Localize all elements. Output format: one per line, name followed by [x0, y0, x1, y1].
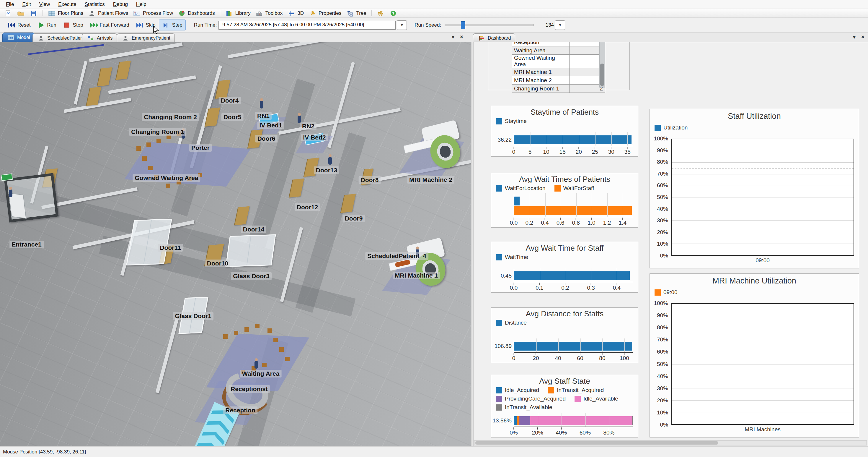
avg-wait-time-staff-chart[interactable]: Avg Wait Time for StaffWaitTime 0.450.00… [491, 242, 638, 293]
dashboard-hscrollbar[interactable] [474, 440, 867, 446]
staytime-chart[interactable]: Staytime of PatientsStaytime 36.22051015… [491, 106, 638, 157]
help-button[interactable]: ? [387, 9, 400, 18]
legend-item: 09:00 [655, 289, 678, 295]
pane-close-icon[interactable]: × [460, 35, 463, 39]
dashboard-hscrollbar-thumb[interactable] [475, 441, 718, 445]
help-icon: ? [390, 9, 397, 17]
plot-area [671, 139, 854, 256]
plot-area [671, 303, 854, 425]
3d-view-label: 3D [297, 10, 304, 16]
table-row[interactable]: Gowned Waiting Area3 [512, 55, 605, 68]
wall [74, 61, 87, 105]
process-flow-button[interactable]: Process Flow [130, 9, 175, 18]
x-axis-label: 09:00 [671, 257, 854, 264]
new-model-button[interactable] [2, 9, 14, 18]
toolbox-button[interactable]: Toolbox [253, 9, 285, 18]
menu-item-edit[interactable]: Edit [18, 1, 35, 8]
avg-distance-chart[interactable]: Avg Distance for StaffsDistance 106.8902… [491, 308, 638, 363]
run-speed-slider-handle[interactable] [461, 21, 465, 29]
tree-button[interactable]: Tree [344, 9, 369, 18]
run-speed-label: Run Speed: [414, 22, 441, 28]
menu-item-debug[interactable]: Debug [109, 1, 132, 8]
menu-item-execute[interactable]: Execute [54, 1, 80, 8]
scene-label-gowned-waiting-area: Gowned Waiting Area [132, 174, 200, 182]
dashboards-button[interactable]: Dashboards [175, 9, 217, 18]
run-toolbar: Reset Run Stop Fast Forward Skip Step Ru… [0, 18, 868, 32]
pane-close-icon[interactable]: × [861, 35, 864, 39]
scene-label-iv-bed2: IV Bed2 [301, 134, 328, 141]
run-speed-value: 134 [540, 22, 554, 28]
open-model-button[interactable] [14, 9, 27, 18]
fast-forward-button[interactable]: Fast Forward [87, 20, 132, 30]
run-time-dropdown[interactable]: ▼ [397, 20, 407, 30]
skip-icon [136, 21, 144, 29]
table-row[interactable]: MRI Machine 20 [512, 76, 605, 85]
bar-segment-waitforstaff [514, 206, 632, 215]
pane-menu-chevron-icon[interactable]: ▼ [451, 35, 455, 39]
menu-item-help[interactable]: Help [132, 1, 151, 8]
location-table: Reception5Waiting Area4Gowned Waiting Ar… [512, 42, 605, 93]
table-row[interactable]: Waiting Area4 [512, 47, 605, 55]
library-label: Library [235, 10, 251, 16]
save-floppy-icon [30, 9, 37, 17]
3d-view-button[interactable]: 3D [285, 9, 306, 18]
menu-item-file[interactable]: File [2, 1, 18, 8]
stop-label: Stop [73, 22, 83, 28]
new-document-icon [4, 9, 12, 17]
run-speed-dropdown[interactable]: ▼ [555, 20, 565, 30]
pane-splitter[interactable] [471, 42, 473, 446]
tab-arrivals[interactable]: Arrivals [82, 33, 117, 42]
patients-location-widget[interactable]: Reception5Waiting Area4Gowned Waiting Ar… [488, 42, 630, 90]
table-scrollbar[interactable] [599, 42, 605, 87]
step-button[interactable]: Step [159, 20, 186, 30]
patient-flows-label: Patient Flows [98, 10, 128, 16]
legend-item: Idle_Acquired [496, 387, 539, 394]
scene-label-glass-door3: Glass Door3 [231, 272, 272, 280]
person-icon [121, 34, 129, 42]
run-icon [37, 21, 45, 29]
stop-button[interactable]: Stop [60, 20, 87, 30]
avg-staff-state-chart[interactable]: Avg Staff StateIdle_AcquiredInTransit_Ac… [491, 375, 638, 437]
table-row[interactable]: Changing Room 12 [512, 85, 605, 93]
chart-title: Staff Utilization [650, 112, 859, 121]
tab-model[interactable]: Model [2, 32, 35, 42]
run-button[interactable]: Run [34, 20, 59, 30]
patient-flows-button[interactable]: Patient Flows [86, 9, 130, 18]
person-icon [37, 34, 45, 42]
bar-segment-idle_acquired [514, 416, 517, 425]
tab-dashboard-label: Dashboard [488, 35, 511, 41]
grid-3d-icon [287, 9, 295, 17]
mri-utilization-chart[interactable]: MRI Machine Utilization09:00 100%90%80%7… [650, 274, 859, 437]
table-scrollbar-thumb[interactable] [600, 63, 604, 86]
floor-plans-button[interactable]: Floor Plans [45, 9, 86, 18]
run-time-field[interactable]: 9:57:28 AM 3/26/2025 [57.48] to 6:00:00 … [218, 21, 396, 30]
tab-emergency-patient[interactable]: EmergencyPatient [117, 33, 175, 42]
tab-scheduled-patient[interactable]: ScheduledPatient [32, 33, 89, 42]
library-button[interactable]: Library [223, 9, 253, 18]
properties-label: Properties [318, 10, 341, 16]
chart-title: Avg Staff State [491, 377, 638, 386]
table-row[interactable]: Reception5 [512, 42, 605, 47]
chart-legend: WaitForLocationWaitForStaff [496, 185, 635, 192]
menu-item-statistics[interactable]: Statistics [81, 1, 109, 8]
chevron-down-icon: ▼ [558, 23, 562, 27]
model-pane-controls: ▼ × [451, 35, 463, 39]
pane-menu-chevron-icon[interactable]: ▼ [852, 35, 857, 39]
legend-item: Utilization [655, 124, 688, 131]
tab-dashboard[interactable]: Dashboard [473, 33, 515, 42]
model-grid-icon [7, 34, 15, 41]
staff-utilization-chart[interactable]: Staff UtilizationUtilization 100%90%80%7… [650, 109, 859, 268]
settings-button[interactable] [374, 9, 387, 18]
wall [228, 42, 333, 58]
run-speed-slider[interactable] [445, 24, 534, 26]
properties-button[interactable]: Properties [306, 9, 344, 18]
reset-button[interactable]: Reset [4, 20, 34, 30]
bar-segment-waitforlocation [514, 197, 520, 205]
scene-label-door9: Door9 [343, 215, 365, 222]
model-3d-view[interactable]: Door4Changing Room 2Door5RN1IV Bed1RN2IV… [0, 42, 471, 446]
menu-item-view[interactable]: View [35, 1, 54, 8]
table-row[interactable]: MRI Machine 12 [512, 68, 605, 76]
avg-wait-times-chart[interactable]: Avg Wait Times of PatientsWaitForLocatio… [491, 173, 638, 228]
save-model-button[interactable] [27, 9, 40, 18]
dashboard-panel: Reception5Waiting Area4Gowned Waiting Ar… [473, 42, 868, 446]
